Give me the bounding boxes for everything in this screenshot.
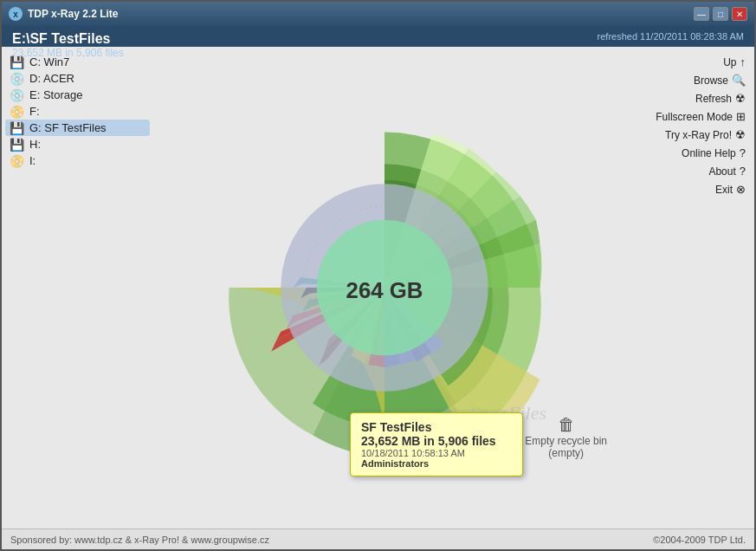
exit-icon: ⊗: [736, 183, 746, 196]
about-icon: ?: [740, 165, 746, 178]
drive-h-icon: 💾: [9, 139, 24, 151]
up-icon: ↑: [740, 55, 746, 68]
recycle-bin[interactable]: 🗑 Empty recycle bin (empty): [525, 415, 607, 459]
help-icon: ?: [740, 146, 746, 159]
title-controls: — □ ✕: [694, 7, 747, 21]
tooltip-title: SF TestFiles: [361, 420, 512, 434]
header: E:\SF TestFiles 23,652 MB in 5,906 files…: [2, 26, 754, 47]
browse-icon: 🔍: [732, 74, 746, 87]
browse-button[interactable]: Browse 🔍: [619, 72, 751, 88]
sidebar-item-d[interactable]: 💿 D: ACER: [5, 70, 150, 87]
recycle-icon: 🗑: [525, 415, 607, 435]
right-panel: Up ↑ Browse 🔍 Refresh ☢ Fullscreen Mode …: [616, 47, 754, 528]
help-label: Online Help: [682, 147, 736, 159]
up-label: Up: [723, 56, 736, 68]
drive-i-label: I:: [29, 154, 36, 167]
window-title: TDP x-Ray 2.2 Lite: [28, 8, 118, 20]
sidebar-item-f[interactable]: 📀 F:: [5, 103, 150, 120]
drive-g-icon: 💾: [9, 122, 24, 134]
close-button[interactable]: ✕: [732, 7, 747, 21]
sidebar-item-h[interactable]: 💾 H:: [5, 136, 150, 152]
footer-copyright: ©2004-2009 TDP Ltd.: [653, 535, 746, 545]
drive-c-label: C: Win7: [29, 55, 69, 68]
fullscreen-button[interactable]: Fullscreen Mode ⊞: [619, 108, 751, 125]
visualization-area: 264 GB SnapFiles SF TestFiles 23,652 MB …: [153, 47, 616, 528]
help-button[interactable]: Online Help ?: [619, 145, 751, 161]
recycle-label: Empty recycle bin: [525, 435, 607, 447]
browse-label: Browse: [694, 75, 728, 87]
title-bar-left: x TDP x-Ray 2.2 Lite: [9, 7, 118, 21]
minimize-button[interactable]: —: [694, 7, 709, 21]
sidebar: 💾 C: Win7 💿 D: ACER 💿 E: Storage 📀 F: 💾 …: [2, 47, 153, 528]
main-area: 💾 C: Win7 💿 D: ACER 💿 E: Storage 📀 F: 💾 …: [2, 47, 754, 528]
drive-c-icon: 💾: [9, 56, 24, 68]
main-window: x TDP x-Ray 2.2 Lite — □ ✕ E:\SF TestFil…: [0, 0, 756, 551]
about-button[interactable]: About ?: [619, 163, 751, 179]
drive-d-label: D: ACER: [29, 72, 74, 85]
refresh-time: refreshed 11/20/2011 08:28:38 AM: [12, 31, 744, 42]
exit-button[interactable]: Exit ⊗: [619, 181, 751, 198]
maximize-button[interactable]: □: [713, 7, 728, 21]
drive-g-label: G: SF TestFiles: [29, 121, 107, 134]
refresh-button[interactable]: Refresh ☢: [619, 90, 751, 107]
drive-e-icon: 💿: [9, 89, 24, 101]
exit-label: Exit: [715, 184, 733, 196]
drive-e-label: E: Storage: [29, 88, 82, 101]
footer: Sponsored by: www.tdp.cz & x-Ray Pro! & …: [2, 528, 754, 549]
pro-label: Try x-Ray Pro!: [665, 129, 732, 141]
drive-d-icon: 💿: [9, 73, 24, 85]
sidebar-item-g[interactable]: 💾 G: SF TestFiles: [5, 120, 150, 136]
drive-f-icon: 📀: [9, 106, 24, 118]
fullscreen-icon: ⊞: [736, 110, 746, 123]
about-label: About: [708, 165, 735, 178]
tooltip-size: 23,652 MB in 5,906 files: [361, 434, 512, 448]
recycle-status: (empty): [525, 447, 607, 459]
pro-icon: ☢: [735, 128, 746, 141]
sidebar-item-i[interactable]: 📀 I:: [5, 152, 150, 169]
drive-h-label: H:: [29, 138, 41, 151]
sidebar-item-c[interactable]: 💾 C: Win7: [5, 54, 150, 70]
fullscreen-label: Fullscreen Mode: [656, 111, 733, 123]
refresh-icon: ☢: [735, 92, 746, 105]
file-tooltip: SF TestFiles 23,652 MB in 5,906 files 10…: [350, 412, 523, 476]
up-button[interactable]: Up ↑: [619, 54, 751, 70]
pro-button[interactable]: Try x-Ray Pro! ☢: [619, 126, 751, 143]
app-icon: x: [9, 7, 23, 21]
tooltip-date: 10/18/2011 10:58:13 AM: [361, 448, 512, 458]
drive-i-icon: 📀: [9, 155, 24, 167]
drive-f-label: F:: [29, 105, 40, 118]
svg-text:264 GB: 264 GB: [346, 278, 423, 302]
sidebar-item-e[interactable]: 💿 E: Storage: [5, 87, 150, 103]
footer-sponsor: Sponsored by: www.tdp.cz & x-Ray Pro! & …: [10, 535, 269, 545]
title-bar: x TDP x-Ray 2.2 Lite — □ ✕: [2, 2, 754, 26]
tooltip-user: Administrators: [361, 458, 512, 469]
refresh-label: Refresh: [695, 93, 732, 105]
